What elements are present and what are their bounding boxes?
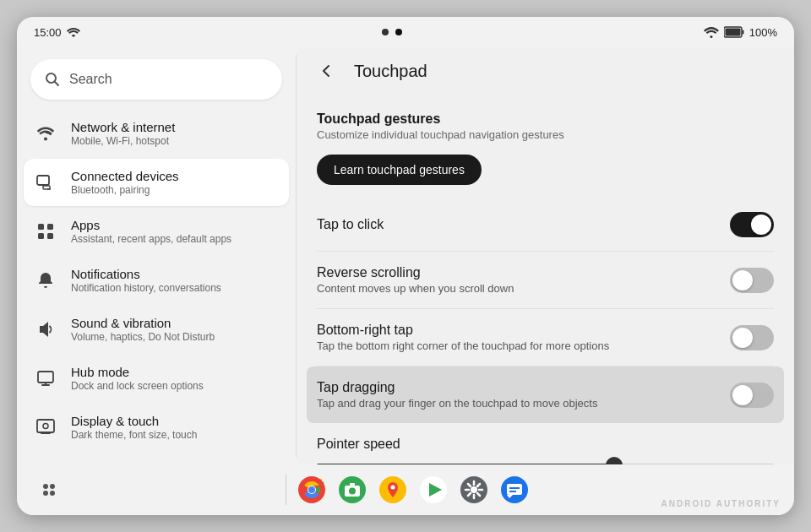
svg-rect-2 <box>725 29 740 36</box>
svg-point-21 <box>43 484 48 489</box>
taskbar-left <box>30 471 68 508</box>
toggle-knob-reverse <box>732 270 753 290</box>
sidebar-item-apps[interactable]: Apps Assistant, recent apps, default app… <box>24 208 289 255</box>
touchpad-gestures-section: Touchpad gestures Customize individual t… <box>317 101 774 144</box>
taskbar-camera[interactable] <box>334 471 371 508</box>
reverse-scrolling-text: Reverse scrolling Content moves up when … <box>317 265 514 295</box>
svg-point-22 <box>50 484 55 489</box>
watermark: Android Authority <box>661 499 781 508</box>
taskbar-settings[interactable] <box>455 471 493 508</box>
sidebar-item-hub-title: Hub mode <box>71 365 204 379</box>
back-button[interactable] <box>313 57 340 84</box>
bottom-right-tap-subtitle: Tap the bottom right corner of the touch… <box>317 339 609 352</box>
sidebar-item-notifications-text: Notifications Notification history, conv… <box>71 267 221 294</box>
tap-to-click-text: Tap to click <box>317 217 384 232</box>
sidebar-item-sound-subtitle: Volume, haptics, Do Not Disturb <box>71 331 215 343</box>
sidebar-item-display-text: Display & touch Dark theme, font size, t… <box>71 414 197 441</box>
toggle-knob-dragging <box>732 385 753 405</box>
wifi-icon-status <box>704 26 719 38</box>
hub-icon <box>34 366 57 390</box>
svg-rect-11 <box>38 233 44 239</box>
reverse-scrolling-subtitle: Content moves up when you scroll down <box>317 282 514 295</box>
svg-rect-3 <box>742 30 743 35</box>
status-bar-left: 15:00 <box>34 26 80 39</box>
taskbar-maps[interactable] <box>374 471 411 508</box>
wifi-status-icon <box>67 27 80 37</box>
sidebar-item-sound[interactable]: Sound & vibration Volume, haptics, Do No… <box>24 306 289 353</box>
tap-to-click-title: Tap to click <box>317 217 384 232</box>
taskbar-chrome[interactable] <box>293 471 330 508</box>
bottom-right-tap-text: Bottom-right tap Tap the bottom right co… <box>317 323 609 352</box>
svg-rect-7 <box>37 176 49 185</box>
tap-dragging-title: Tap dragging <box>317 380 597 395</box>
svg-rect-9 <box>38 224 44 230</box>
section-title: Touchpad gestures <box>317 111 774 127</box>
svg-marker-13 <box>40 322 48 337</box>
learn-gestures-button[interactable]: Learn touchpad gestures <box>317 155 482 185</box>
search-bar[interactable]: Search <box>30 59 282 100</box>
apps-icon <box>34 220 57 243</box>
panel-header: Touchpad <box>297 47 794 95</box>
svg-point-23 <box>43 491 48 496</box>
notifications-icon <box>34 269 57 292</box>
taskbar-apps <box>293 471 533 508</box>
slider-thumb[interactable] <box>606 457 623 464</box>
main-area: Search Network & internet Mobil <box>17 47 794 464</box>
section-subtitle: Customize individual touchpad navigation… <box>317 128 774 141</box>
svg-point-18 <box>43 424 48 429</box>
sidebar-item-notifications-subtitle: Notification history, conversations <box>71 282 221 294</box>
sidebar-list: Network & internet Mobile, Wi-Fi, hotspo… <box>17 110 296 458</box>
sidebar-item-connected-subtitle: Bluetooth, pairing <box>71 184 179 196</box>
sidebar-item-display[interactable]: Display & touch Dark theme, font size, t… <box>24 404 289 451</box>
status-bar-center <box>382 29 402 35</box>
toggle-knob-tap <box>751 214 771 235</box>
reverse-scrolling-title: Reverse scrolling <box>317 265 514 280</box>
sidebar-item-notifications[interactable]: Notifications Notification history, conv… <box>24 257 289 304</box>
taskbar-messages[interactable] <box>496 471 533 508</box>
taskbar-play[interactable] <box>415 471 452 508</box>
sidebar-item-network-subtitle: Mobile, Wi-Fi, hotspot <box>71 135 175 147</box>
svg-point-30 <box>308 486 315 493</box>
sidebar-item-connected-title: Connected devices <box>71 169 179 183</box>
svg-line-5 <box>55 82 59 86</box>
svg-rect-42 <box>507 484 522 495</box>
sidebar-item-apps-title: Apps <box>71 218 231 232</box>
sidebar-item-apps-text: Apps Assistant, recent apps, default app… <box>71 218 231 245</box>
sidebar-item-connected-devices[interactable]: Connected devices Bluetooth, pairing <box>24 159 289 206</box>
device-frame: 15:00 100% <box>17 17 794 515</box>
pointer-speed-section: Pointer speed <box>317 423 774 464</box>
sidebar-item-wallpaper[interactable]: Wallpaper & style <box>24 453 289 458</box>
status-bar: 15:00 100% <box>17 17 794 47</box>
sidebar-item-network-title: Network & internet <box>71 120 175 134</box>
tap-dragging-subtitle: Tap and drag your finger on the touchpad… <box>317 397 597 410</box>
sidebar-item-hub-subtitle: Dock and lock screen options <box>71 380 204 392</box>
bottom-right-tap-toggle[interactable] <box>730 325 774 350</box>
sound-icon <box>34 318 57 341</box>
wifi-icon <box>34 122 57 145</box>
devices-icon <box>34 171 57 194</box>
status-bar-right: 100% <box>704 26 777 39</box>
dot-1 <box>382 29 389 35</box>
bottom-right-tap-title: Bottom-right tap <box>317 323 609 338</box>
tap-to-click-toggle[interactable] <box>730 212 774 237</box>
tap-dragging-toggle[interactable] <box>730 383 774 408</box>
sidebar-item-network[interactable]: Network & internet Mobile, Wi-Fi, hotspo… <box>24 110 289 157</box>
pointer-speed-label: Pointer speed <box>317 437 774 452</box>
battery-icon <box>724 26 744 38</box>
panel-title: Touchpad <box>354 62 427 81</box>
svg-rect-34 <box>350 483 355 486</box>
search-label: Search <box>69 72 112 87</box>
reverse-scrolling-row: Reverse scrolling Content moves up when … <box>317 252 774 309</box>
search-icon <box>44 71 61 88</box>
svg-rect-10 <box>47 224 53 230</box>
svg-rect-14 <box>38 372 53 383</box>
svg-point-36 <box>390 486 395 490</box>
tap-dragging-text: Tap dragging Tap and drag your finger on… <box>317 380 597 410</box>
sidebar-item-hub-text: Hub mode Dock and lock screen options <box>71 365 204 392</box>
sidebar-item-sound-title: Sound & vibration <box>71 316 215 330</box>
reverse-scrolling-toggle[interactable] <box>730 268 774 293</box>
svg-rect-17 <box>37 420 54 432</box>
sidebar-item-hub-mode[interactable]: Hub mode Dock and lock screen options <box>24 355 289 402</box>
overview-button[interactable] <box>30 471 68 508</box>
sidebar-item-sound-text: Sound & vibration Volume, haptics, Do No… <box>71 316 215 343</box>
